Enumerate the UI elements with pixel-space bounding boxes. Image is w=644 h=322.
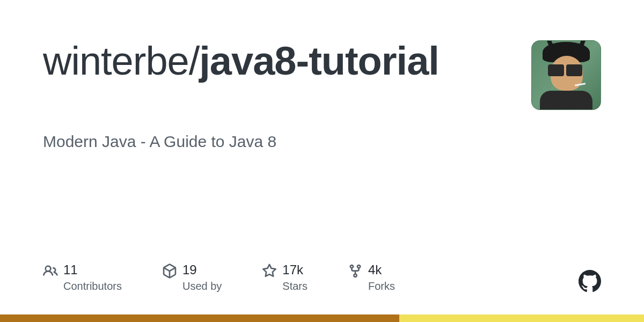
repo-name-part2: tutorial bbox=[309, 39, 439, 83]
repo-description: Modern Java - A Guide to Java 8 bbox=[43, 133, 601, 151]
language-bar bbox=[0, 314, 644, 322]
repo-title[interactable]: winterbe/java8-tutorial bbox=[43, 40, 462, 82]
stars-label: Stars bbox=[282, 280, 308, 292]
forks-label: Forks bbox=[368, 280, 395, 292]
stat-contributors[interactable]: 11 Contributors bbox=[43, 262, 122, 292]
fork-icon bbox=[348, 264, 363, 279]
star-icon bbox=[262, 264, 277, 279]
usedby-value: 19 bbox=[182, 262, 222, 278]
people-icon bbox=[43, 264, 58, 279]
avatar[interactable] bbox=[531, 40, 601, 110]
header-row: winterbe/java8-tutorial bbox=[43, 40, 601, 110]
github-logo-icon[interactable] bbox=[579, 270, 601, 292]
stat-usedby[interactable]: 19 Used by bbox=[162, 262, 222, 292]
usedby-label: Used by bbox=[182, 280, 222, 292]
stat-stars[interactable]: 17k Stars bbox=[262, 262, 308, 292]
stat-forks[interactable]: 4k Forks bbox=[348, 262, 395, 292]
language-segment-2 bbox=[399, 314, 644, 322]
repo-card: winterbe/java8-tutorial Modern Java - A … bbox=[0, 0, 644, 322]
avatar-image bbox=[532, 41, 601, 109]
language-segment-1 bbox=[0, 314, 399, 322]
repo-name-dash: - bbox=[296, 39, 309, 83]
package-icon bbox=[162, 264, 177, 279]
repo-name-part1: java8 bbox=[199, 39, 296, 83]
contributors-value: 11 bbox=[63, 262, 122, 278]
stats-row: 11 Contributors 19 Used by 17k Stars 4k … bbox=[43, 262, 601, 292]
contributors-label: Contributors bbox=[63, 280, 122, 292]
title-block: winterbe/java8-tutorial bbox=[43, 40, 462, 82]
forks-value: 4k bbox=[368, 262, 395, 278]
stars-value: 17k bbox=[282, 262, 308, 278]
repo-owner: winterbe bbox=[43, 39, 189, 83]
repo-slash: / bbox=[189, 39, 200, 83]
